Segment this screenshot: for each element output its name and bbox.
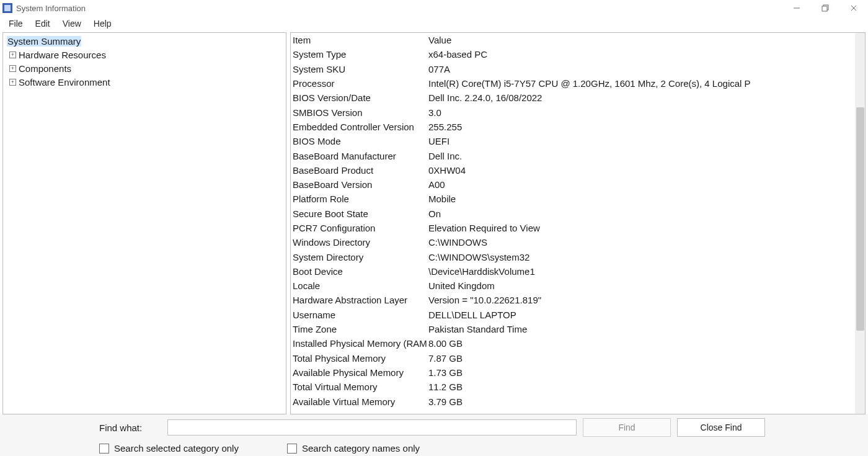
detail-value[interactable]: 1.73 GB <box>427 365 750 380</box>
detail-item[interactable]: BaseBoard Manufacturer <box>291 148 427 163</box>
detail-item[interactable]: Boot Device <box>291 264 427 279</box>
tree-node-software-environment[interactable]: + Software Environment <box>7 75 286 89</box>
detail-item[interactable]: PCR7 Configuration <box>291 221 427 235</box>
detail-item[interactable]: Locale <box>291 279 427 293</box>
tree-label: Components <box>17 63 71 74</box>
category-tree[interactable]: System Summary + Hardware Resources + Co… <box>2 32 286 414</box>
detail-value[interactable]: 077A <box>427 62 750 76</box>
detail-value[interactable]: 8.00 GB <box>427 336 750 351</box>
detail-item[interactable]: Username <box>291 308 427 322</box>
detail-value[interactable]: Mobile <box>427 192 750 206</box>
main-area: System Summary + Hardware Resources + Co… <box>0 31 868 414</box>
minimize-button[interactable] <box>782 0 811 16</box>
detail-value[interactable]: 7.87 GB <box>427 351 750 365</box>
vertical-scrollbar[interactable] <box>855 33 865 414</box>
find-bar: Find what: Find Close Find Search select… <box>0 414 868 456</box>
detail-item[interactable]: Hardware Abstraction Layer <box>291 293 427 307</box>
detail-value[interactable]: 11.2 GB <box>427 380 750 394</box>
detail-item[interactable]: System Type <box>291 47 427 61</box>
close-find-button[interactable]: Close Find <box>677 418 765 437</box>
app-icon <box>2 3 12 13</box>
menubar: File Edit View Help <box>0 16 868 31</box>
detail-value[interactable]: C:\WINDOWS <box>427 235 750 249</box>
detail-value[interactable]: Pakistan Standard Time <box>427 322 750 336</box>
detail-item[interactable]: Secure Boot State <box>291 207 427 221</box>
detail-value[interactable]: x64-based PC <box>427 47 750 61</box>
detail-item[interactable]: System Directory <box>291 249 427 264</box>
detail-item[interactable]: Available Physical Memory <box>291 365 427 380</box>
detail-item[interactable]: Embedded Controller Version <box>291 120 427 134</box>
tree-label: System Summary <box>7 36 81 47</box>
window-title: System Information <box>16 4 86 13</box>
checkbox-icon <box>287 444 297 454</box>
titlebar: System Information <box>0 0 868 16</box>
detail-value[interactable]: 3.79 GB <box>427 394 750 408</box>
column-header-item[interactable]: Item <box>291 33 427 47</box>
detail-item[interactable]: Platform Role <box>291 192 427 206</box>
scrollbar-thumb[interactable] <box>856 107 864 331</box>
find-what-label: Find what: <box>99 422 161 433</box>
detail-value[interactable]: On <box>427 207 750 221</box>
menu-view[interactable]: View <box>56 17 87 30</box>
expand-icon[interactable]: + <box>9 51 16 58</box>
detail-item[interactable]: Time Zone <box>291 322 427 336</box>
detail-value[interactable]: 0XHW04 <box>427 163 750 177</box>
checkbox-icon <box>99 444 109 454</box>
detail-item[interactable]: Installed Physical Memory (RAM) <box>291 336 427 351</box>
tree-node-hardware-resources[interactable]: + Hardware Resources <box>7 48 286 61</box>
chk-search-category-names[interactable]: Search category names only <box>287 443 420 454</box>
column-header-value[interactable]: Value <box>427 33 750 47</box>
chk-search-selected-category[interactable]: Search selected category only <box>99 443 239 454</box>
find-button[interactable]: Find <box>583 418 671 437</box>
detail-value[interactable]: Elevation Required to View <box>427 221 750 235</box>
checkbox-label: Search selected category only <box>114 443 239 454</box>
detail-value[interactable]: Intel(R) Core(TM) i5-7Y57 CPU @ 1.20GHz,… <box>427 76 750 91</box>
close-button[interactable] <box>839 0 868 16</box>
find-input[interactable] <box>167 419 577 436</box>
svg-rect-2 <box>822 6 827 11</box>
details-pane: Item Value System Typex64-based PCSystem… <box>290 32 866 414</box>
tree-node-components[interactable]: + Components <box>7 61 286 75</box>
detail-item[interactable]: BaseBoard Version <box>291 177 427 192</box>
detail-item[interactable]: Processor <box>291 76 427 91</box>
menu-help[interactable]: Help <box>87 17 118 30</box>
detail-value[interactable]: \Device\HarddiskVolume1 <box>427 264 750 279</box>
detail-value[interactable]: A00 <box>427 177 750 192</box>
detail-item[interactable]: BIOS Mode <box>291 134 427 148</box>
maximize-button[interactable] <box>811 0 839 16</box>
detail-value[interactable]: 3.0 <box>427 105 750 119</box>
detail-item[interactable]: SMBIOS Version <box>291 105 427 119</box>
detail-item[interactable]: Total Virtual Memory <box>291 380 427 394</box>
tree-label: Software Environment <box>17 77 110 87</box>
detail-value[interactable]: United Kingdom <box>427 279 750 293</box>
detail-value[interactable]: Version = "10.0.22621.819" <box>427 293 750 307</box>
detail-item[interactable]: System SKU <box>291 62 427 76</box>
expand-icon[interactable]: + <box>9 79 16 86</box>
checkbox-label: Search category names only <box>302 443 420 454</box>
menu-edit[interactable]: Edit <box>29 17 56 30</box>
detail-value[interactable]: 255.255 <box>427 120 750 134</box>
detail-item[interactable]: BIOS Version/Date <box>291 91 427 105</box>
expand-icon[interactable]: + <box>9 65 16 72</box>
tree-label: Hardware Resources <box>17 50 106 60</box>
detail-value[interactable]: UEFI <box>427 134 750 148</box>
detail-value[interactable]: Dell Inc. 2.24.0, 16/08/2022 <box>427 91 750 105</box>
detail-value[interactable]: C:\WINDOWS\system32 <box>427 249 750 264</box>
detail-value[interactable]: Dell Inc. <box>427 148 750 163</box>
detail-item[interactable]: Available Virtual Memory <box>291 394 427 408</box>
detail-item[interactable]: Windows Directory <box>291 235 427 249</box>
details-table[interactable]: Item Value System Typex64-based PCSystem… <box>291 33 855 409</box>
menu-file[interactable]: File <box>2 17 29 30</box>
detail-item[interactable]: Total Physical Memory <box>291 351 427 365</box>
tree-node-system-summary[interactable]: System Summary <box>7 34 286 48</box>
detail-item[interactable]: BaseBoard Product <box>291 163 427 177</box>
detail-value[interactable]: DELL\DELL LAPTOP <box>427 308 750 322</box>
